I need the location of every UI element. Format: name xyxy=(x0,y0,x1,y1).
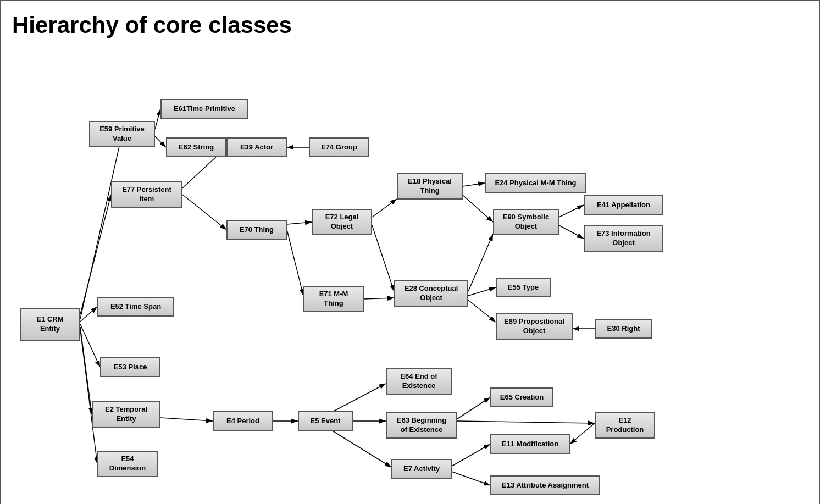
svg-line-19 xyxy=(364,298,394,299)
node-e4: E4 Period xyxy=(213,411,273,431)
node-e89: E89 Propositional Object xyxy=(496,313,573,340)
svg-line-8 xyxy=(155,109,160,129)
svg-line-5 xyxy=(80,324,100,367)
diagram: E1 CRM EntityE59 Primitive ValueE61Time … xyxy=(12,49,809,504)
svg-line-24 xyxy=(468,300,496,322)
node-e72: E72 Legal Object xyxy=(312,209,372,235)
node-e41: E41 Appellation xyxy=(584,195,663,215)
main-container: Hierarchy of core classes xyxy=(0,0,820,504)
node-e30: E30 Right xyxy=(595,319,652,339)
svg-line-10 xyxy=(182,195,226,230)
svg-line-15 xyxy=(160,418,213,421)
svg-line-35 xyxy=(570,423,595,444)
node-e11: E11 Modification xyxy=(490,434,570,454)
node-e71: E71 M-M Thing xyxy=(303,286,364,312)
node-e2: E2 Temporal Entity xyxy=(92,401,160,428)
node-e5: E5 Event xyxy=(298,411,353,431)
node-e39: E39 Actor xyxy=(226,137,287,157)
node-e55: E55 Type xyxy=(496,278,551,297)
node-e52: E52 Time Span xyxy=(97,297,174,317)
node-e63: E63 Beginning of Existence xyxy=(386,412,457,439)
svg-line-25 xyxy=(559,205,584,217)
node-e1: E1 CRM Entity xyxy=(20,308,80,341)
svg-line-22 xyxy=(468,234,493,291)
svg-line-20 xyxy=(463,195,493,222)
svg-line-13 xyxy=(287,222,312,224)
node-e64: E64 End of Existence xyxy=(386,368,452,395)
svg-line-30 xyxy=(325,427,391,467)
node-e18: E18 Physical Thing xyxy=(397,173,463,200)
svg-line-33 xyxy=(452,444,490,466)
svg-line-17 xyxy=(372,199,397,217)
node-e90: E90 Symbolic Object xyxy=(493,209,559,235)
node-e62: E62 String xyxy=(166,137,226,157)
node-e77: E77 Persistent Item xyxy=(111,181,182,208)
svg-line-18 xyxy=(372,225,394,291)
node-e74: E74 Group xyxy=(309,137,369,157)
svg-line-23 xyxy=(468,287,496,296)
svg-line-9 xyxy=(155,136,166,147)
node-e59: E59 Primitive Value xyxy=(89,121,155,147)
node-e28: E28 Conceptual Object xyxy=(394,280,468,307)
node-e65: E65 Creation xyxy=(490,387,553,407)
svg-line-26 xyxy=(559,225,584,239)
node-e53: E53 Place xyxy=(100,357,160,377)
node-e12: E12 Production xyxy=(595,412,655,439)
svg-line-32 xyxy=(457,421,595,423)
node-e13: E13 Attribute Assignment xyxy=(490,475,600,495)
svg-line-34 xyxy=(452,472,490,485)
svg-line-21 xyxy=(463,183,485,186)
svg-line-6 xyxy=(80,327,92,414)
svg-line-31 xyxy=(457,397,490,419)
node-e70: E70 Thing xyxy=(226,220,287,240)
svg-line-7 xyxy=(80,330,97,464)
node-e61: E61Time Primitive xyxy=(160,99,248,119)
node-e24: E24 Physical M-M Thing xyxy=(485,173,586,193)
svg-line-4 xyxy=(80,307,97,322)
svg-line-2 xyxy=(80,134,122,319)
node-e7: E7 Activity xyxy=(391,459,452,479)
node-e54: E54 Dimension xyxy=(97,451,158,477)
svg-line-14 xyxy=(287,230,303,296)
page-title: Hierarchy of core classes xyxy=(12,12,808,38)
node-e73: E73 Information Object xyxy=(584,225,663,252)
